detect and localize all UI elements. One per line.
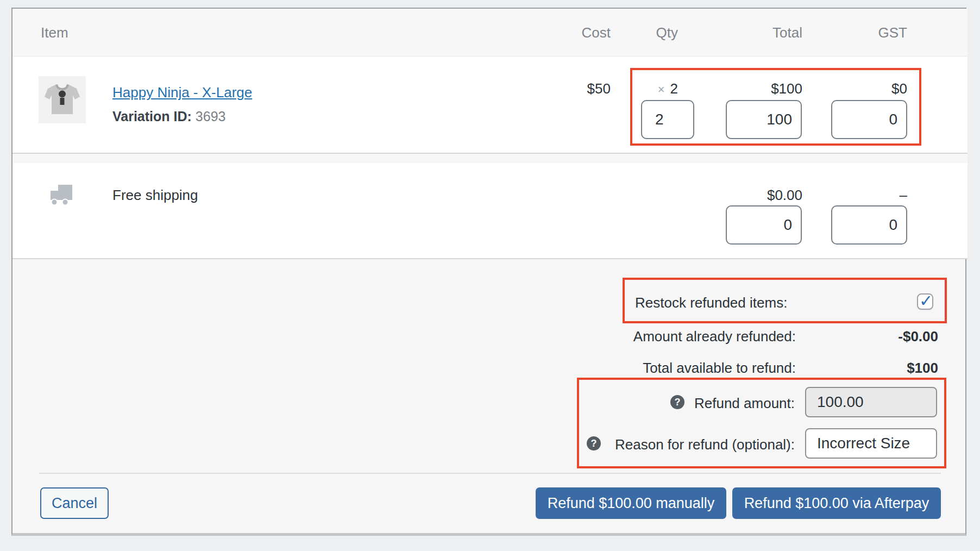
shipping-gst-display: – <box>900 186 907 204</box>
product-qty-input[interactable] <box>641 100 694 139</box>
table-row-shipping <box>12 163 968 259</box>
product-qty-display: ×2 <box>658 80 678 98</box>
restock-label: Restock refunded items: <box>635 294 787 311</box>
refund-amount-label: Refund amount: <box>694 395 795 412</box>
refund-screen: Item Cost Qty Total GST Happy Ninja - X-… <box>0 0 980 551</box>
already-refunded-label: Amount already refunded: <box>633 328 796 345</box>
table-header-row <box>12 9 968 57</box>
footer-divider <box>39 473 941 474</box>
shipping-name: Free shipping <box>112 186 198 204</box>
tshirt-image <box>39 76 86 123</box>
multiply-icon: × <box>658 83 665 96</box>
product-thumbnail <box>39 76 86 123</box>
shipping-total-input[interactable] <box>726 205 802 245</box>
refund-reason-input[interactable] <box>805 428 937 459</box>
variation-id: Variation ID: 3693 <box>112 109 225 124</box>
help-icon-refund-reason[interactable]: ? <box>587 436 601 450</box>
shipping-gst-input[interactable] <box>831 205 907 245</box>
col-header-gst: GST <box>878 24 907 41</box>
available-refund-value: $100 <box>907 359 938 377</box>
col-header-total: Total <box>772 24 802 41</box>
col-header-item: Item <box>41 24 68 41</box>
restock-checkbox[interactable]: ✓ <box>917 293 933 310</box>
product-link[interactable]: Happy Ninja - X-Large <box>112 84 252 101</box>
truck-icon <box>49 183 74 206</box>
product-total-input[interactable] <box>726 100 802 139</box>
checkmark-icon: ✓ <box>919 291 933 310</box>
help-icon-refund-amount[interactable]: ? <box>670 395 684 409</box>
refund-via-afterpay-button[interactable]: Refund $100.00 via Afterpay <box>732 487 941 519</box>
shipping-total-display: $0.00 <box>767 186 802 204</box>
product-gst-input[interactable] <box>831 100 907 139</box>
col-header-cost: Cost <box>582 24 611 41</box>
already-refunded-value: -$0.00 <box>898 328 938 345</box>
variation-id-label: Variation ID: <box>112 109 192 124</box>
product-total-display: $100 <box>771 80 802 97</box>
refund-reason-label: Reason for refund (optional): <box>615 436 795 453</box>
row-separator <box>12 153 968 163</box>
variation-id-value: 3693 <box>196 109 226 124</box>
cancel-button[interactable]: Cancel <box>40 487 109 519</box>
refund-manually-button[interactable]: Refund $100.00 manually <box>536 487 726 519</box>
product-cost: $50 <box>587 80 611 97</box>
product-qty-number: 2 <box>670 80 678 97</box>
available-refund-label: Total available to refund: <box>643 359 796 377</box>
product-gst-display: $0 <box>891 80 907 97</box>
refund-amount-input[interactable] <box>805 387 937 417</box>
col-header-qty: Qty <box>656 24 678 41</box>
